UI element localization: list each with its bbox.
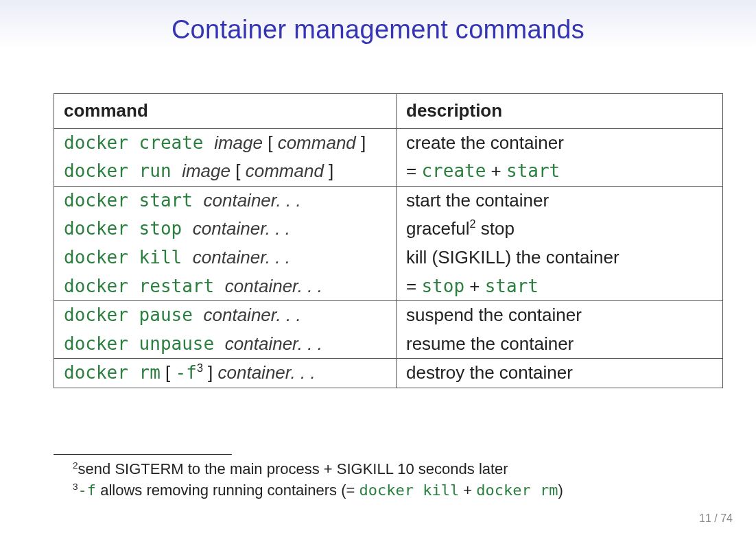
description-cell: graceful2 stop xyxy=(397,215,723,244)
command-cell: docker start container. . . xyxy=(54,186,397,215)
description-cell: kill (SIGKILL) the container xyxy=(397,244,723,272)
command-table: command description docker create image … xyxy=(54,93,723,388)
description-cell: resume the container xyxy=(397,330,723,359)
command-cell: docker rm [ -f3 ] container. . . xyxy=(54,359,397,388)
header-command: command xyxy=(54,94,397,129)
table-header-row: command description xyxy=(54,94,723,129)
slide-title: Container management commands xyxy=(0,0,756,45)
description-cell: start the container xyxy=(397,186,723,215)
table-row: docker run image [ command ]= create + s… xyxy=(54,157,723,186)
slide-content: command description docker create image … xyxy=(54,93,723,388)
header-description: description xyxy=(397,94,723,129)
command-cell: docker stop container. . . xyxy=(54,215,397,244)
table-row: docker create image [ command ]create th… xyxy=(54,128,723,157)
command-cell: docker run image [ command ] xyxy=(54,157,397,186)
table-row: docker stop container. . .graceful2 stop xyxy=(54,215,723,244)
footnote-line: 3-f allows removing running containers (… xyxy=(54,480,723,501)
description-cell: destroy the container xyxy=(397,359,723,388)
table-row: docker unpause container. . .resume the … xyxy=(54,330,723,359)
table-row: docker kill container. . .kill (SIGKILL)… xyxy=(54,244,723,272)
command-cell: docker restart container. . . xyxy=(54,272,397,301)
command-cell: docker kill container. . . xyxy=(54,244,397,272)
command-cell: docker pause container. . . xyxy=(54,301,397,330)
footnote-rule xyxy=(54,454,232,455)
page-number: 11 / 74 xyxy=(699,512,733,525)
table-row: docker pause container. . .suspend the c… xyxy=(54,301,723,330)
description-cell: = stop + start xyxy=(397,272,723,301)
description-cell: suspend the container xyxy=(397,301,723,330)
description-cell: = create + start xyxy=(397,157,723,186)
table-row: docker restart container. . .= stop + st… xyxy=(54,272,723,301)
command-cell: docker create image [ command ] xyxy=(54,128,397,157)
table-row: docker rm [ -f3 ] container. . .destroy … xyxy=(54,359,723,388)
slide: Container management commands command de… xyxy=(0,0,756,533)
command-cell: docker unpause container. . . xyxy=(54,330,397,359)
footnote-line: 2send SIGTERM to the main process + SIGK… xyxy=(54,459,723,480)
table-row: docker start container. . .start the con… xyxy=(54,186,723,215)
description-cell: create the container xyxy=(397,128,723,157)
footnotes: 2send SIGTERM to the main process + SIGK… xyxy=(54,454,723,501)
